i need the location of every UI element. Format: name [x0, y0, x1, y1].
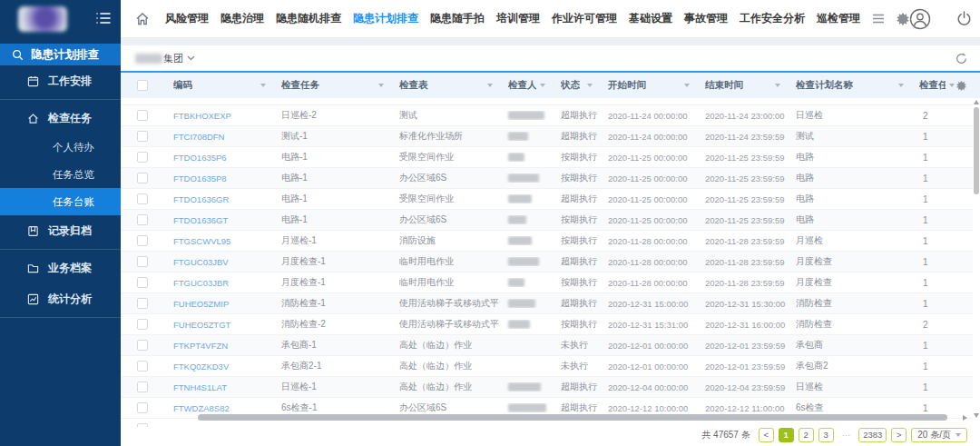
filter-caret-icon[interactable]	[540, 84, 545, 87]
refresh-icon[interactable]	[956, 53, 967, 64]
scroll-right-arrow-icon[interactable]	[963, 415, 967, 421]
code-link[interactable]: FTDO1635P8	[173, 173, 227, 183]
redacted-inspector-name	[508, 299, 535, 308]
filter-caret-icon[interactable]	[487, 84, 493, 87]
code-link[interactable]: FTCI708DFN	[173, 132, 224, 142]
sidebar-subitem-任务台账[interactable]: 任务台账	[0, 188, 121, 215]
column-header-结束时间[interactable]: 结束时间	[696, 79, 787, 92]
code-link[interactable]: FTKPT4VFZN	[173, 341, 228, 351]
filter-caret-icon[interactable]	[587, 84, 593, 87]
code-link[interactable]: FTDO1635P6	[173, 153, 227, 163]
row-checkbox[interactable]	[137, 382, 148, 392]
page-size-select[interactable]: 20 条/页	[911, 428, 967, 442]
row-checkbox[interactable]	[137, 193, 148, 204]
chevron-down-icon[interactable]	[187, 55, 195, 61]
cell-inspector	[499, 194, 552, 203]
select-all-checkbox[interactable]	[137, 80, 148, 91]
sidebar-item-记录归档[interactable]: 记录归档	[0, 215, 121, 246]
sidebar-item-label: 工作安排	[48, 74, 92, 89]
code-link[interactable]: FTGUC03JBR	[173, 278, 229, 288]
nav-item-培训管理[interactable]: 培训管理	[496, 11, 540, 26]
pagination-page-2[interactable]: 2	[799, 428, 814, 442]
vertical-scrollbar[interactable]	[973, 100, 980, 418]
filter-caret-icon[interactable]	[684, 84, 690, 87]
code-link[interactable]: FUHEO5ZTGT	[173, 320, 230, 330]
row-checkbox[interactable]	[137, 256, 148, 267]
row-checkbox[interactable]	[137, 131, 148, 142]
column-header-编码[interactable]: 编码	[164, 79, 272, 92]
pagination-next-button[interactable]: >	[891, 428, 906, 442]
filter-caret-icon[interactable]	[949, 84, 955, 87]
pagination-page-3[interactable]: 3	[818, 428, 834, 442]
column-header-状态[interactable]: 状态	[552, 79, 599, 92]
filter-caret-icon[interactable]	[378, 84, 384, 87]
sidebar-item-统计分析[interactable]: 统计分析	[0, 283, 121, 314]
code-link[interactable]: FTWFORCUZB	[173, 424, 234, 428]
row-checkbox[interactable]	[137, 235, 148, 246]
column-header-开始时间[interactable]: 开始时间	[599, 79, 696, 92]
sidebar-item-业务档案[interactable]: 业务档案	[0, 253, 121, 283]
code-link[interactable]: FTDO1636GR	[173, 194, 229, 204]
nav-item-隐患治理[interactable]: 隐患治理	[220, 11, 264, 26]
sidebar-module-title[interactable]: 隐患计划排查	[0, 44, 121, 65]
redacted-inspector-name	[508, 215, 526, 224]
pagination-page-2383[interactable]: 2383	[858, 428, 887, 442]
row-checkbox[interactable]	[137, 277, 148, 288]
nav-item-隐患计划排查[interactable]: 隐患计划排查	[353, 11, 418, 26]
column-header-检查任务[interactable]: 检查任务	[272, 79, 390, 92]
horizontal-scrollbar-thumb[interactable]	[198, 414, 947, 421]
row-checkbox[interactable]	[137, 319, 148, 330]
code-link[interactable]: FTGUC03JBV	[173, 257, 229, 267]
row-checkbox[interactable]	[137, 340, 148, 351]
pagination-page-1[interactable]: 1	[779, 428, 794, 442]
column-header-检查人[interactable]: 检查人	[499, 79, 552, 92]
code-link[interactable]: FTDO1636GT	[173, 215, 228, 225]
nav-item-工作安全分析[interactable]: 工作安全分析	[740, 11, 805, 26]
filter-caret-icon[interactable]	[775, 84, 780, 87]
column-settings-gear-icon[interactable]	[956, 81, 966, 91]
row-checkbox[interactable]	[137, 214, 148, 225]
sidebar-toggle-icon[interactable]	[96, 12, 111, 25]
row-checkbox[interactable]	[137, 110, 148, 121]
code-link[interactable]: FTKQ0ZKD3V	[173, 362, 229, 372]
column-header-检查表[interactable]: 检查表	[390, 79, 499, 92]
scroll-up-arrow-icon[interactable]	[974, 100, 979, 104]
code-link[interactable]: FTGSCWVL95	[173, 236, 230, 246]
vertical-scrollbar-thumb[interactable]	[974, 107, 979, 194]
nav-item-隐患随手拍[interactable]: 隐患随手拍	[430, 11, 485, 26]
scroll-down-arrow-icon[interactable]	[974, 413, 979, 418]
cell-checklist: 临时用电作业	[390, 276, 499, 289]
row-checkbox[interactable]	[137, 173, 148, 183]
pagination-prev-button[interactable]: <	[759, 428, 774, 442]
column-header-检查计划名称[interactable]: 检查计划名称	[787, 79, 910, 92]
sidebar-item-工作安排[interactable]: 工作安排	[0, 65, 121, 96]
home-icon[interactable]	[135, 12, 150, 26]
code-link[interactable]: FTWDZA8S82	[173, 403, 230, 413]
more-menu-icon[interactable]	[872, 14, 885, 24]
user-avatar-icon[interactable]	[909, 8, 931, 30]
nav-item-事故管理[interactable]: 事故管理	[684, 11, 728, 26]
filter-caret-icon[interactable]	[898, 84, 904, 87]
row-checkbox[interactable]	[137, 298, 148, 309]
nav-item-隐患随机排查[interactable]: 隐患随机排查	[276, 11, 341, 26]
nav-item-基础设置[interactable]: 基础设置	[629, 11, 672, 26]
logout-power-icon[interactable]	[956, 11, 972, 26]
sidebar-item-检查任务[interactable]: 检查任务	[0, 103, 121, 134]
nav-item-作业许可管理[interactable]: 作业许可管理	[552, 11, 617, 26]
code-link[interactable]: FTNH4S1LAT	[173, 382, 227, 392]
cell-serial: 1	[910, 132, 973, 142]
code-link[interactable]: FTBKHOXEXP	[173, 111, 231, 121]
sidebar-subitem-个人待办[interactable]: 个人待办	[0, 134, 121, 161]
sidebar-subitem-任务总览[interactable]: 任务总览	[0, 161, 121, 188]
org-selector[interactable]: 集团	[163, 52, 183, 65]
nav-item-巡检管理[interactable]: 巡检管理	[817, 11, 860, 26]
filter-caret-icon[interactable]	[260, 84, 266, 87]
row-checkbox[interactable]	[137, 152, 148, 163]
row-checkbox[interactable]	[137, 361, 148, 372]
nav-item-风险管理[interactable]: 风险管理	[165, 11, 209, 26]
column-header-检查任务序号[interactable]: 检查任务序号	[910, 79, 973, 92]
code-link[interactable]: FUHEO5ZMIP	[173, 299, 229, 309]
settings-gear-icon[interactable]	[897, 13, 909, 25]
row-checkbox[interactable]	[137, 402, 148, 413]
row-checkbox[interactable]	[137, 423, 148, 427]
